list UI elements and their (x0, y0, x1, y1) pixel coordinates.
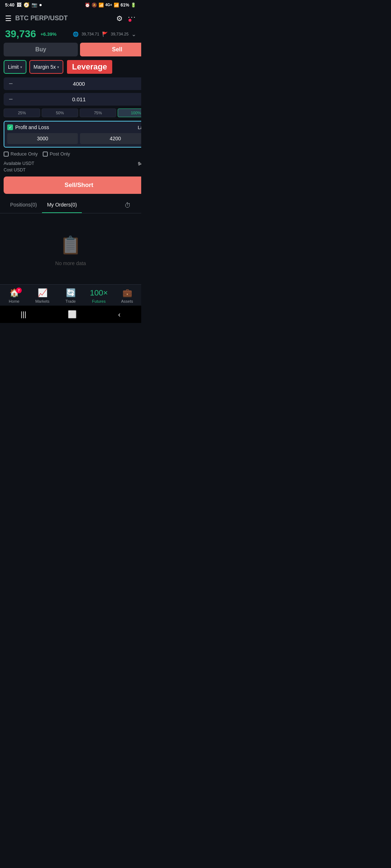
reduce-only-checkbox[interactable]: Reduce Only (4, 151, 38, 157)
nav-assets[interactable]: 💼 Assets (113, 288, 141, 303)
system-nav: ||| ⬜ ‹ (0, 306, 141, 323)
history-icon[interactable]: ⏱ (119, 198, 136, 213)
pnl-label[interactable]: ✓ Profit and Loss (7, 124, 49, 130)
nav-trade[interactable]: 🔄 Trade (56, 288, 85, 303)
take-profit-input[interactable] (80, 133, 141, 144)
alarm-icon: ⏰ (85, 3, 90, 8)
time: 5:40 (5, 2, 14, 8)
empty-icon: 📋 (60, 235, 81, 255)
battery-icon: 🔋 (131, 3, 136, 8)
pair-base: BTC PERP (15, 14, 48, 22)
global-price: 39,734.71 (81, 32, 99, 36)
margin-select[interactable]: Margin 5x ▾ (29, 60, 63, 74)
pct-25-button[interactable]: 25% (4, 109, 40, 117)
gallery-icon: 🖼 (17, 2, 21, 8)
order-type-label: Limit (8, 64, 19, 70)
margin-arrow-icon: ▾ (57, 65, 59, 69)
status-dot (39, 4, 42, 6)
global-price-icon: 🌐 (73, 31, 79, 37)
pnl-checkbox[interactable]: ✓ (7, 124, 13, 130)
status-right: ⏰ 🔕 📶 4G+ 📶 61% 🔋 (85, 3, 136, 8)
pct-50-button[interactable]: 50% (42, 109, 78, 117)
futures-label: Futures (92, 299, 105, 303)
assets-icon: 💼 (122, 288, 132, 298)
nav-icon-status: 🧭 (24, 2, 29, 8)
cost-label: Cost USDT (4, 167, 26, 173)
nav-home[interactable]: 🏠 Home 7 (0, 288, 28, 303)
signal2-icon: 📶 (114, 3, 119, 8)
order-type-arrow-icon: ▾ (20, 65, 22, 69)
app-header: ☰ BTC PERP/USDT ⚙ ··· (0, 10, 141, 27)
instagram-icon: 📷 (31, 2, 37, 8)
pair-quote: /USDT (48, 14, 68, 22)
order-type-select[interactable]: Limit ▾ (4, 60, 26, 74)
header-left: ☰ BTC PERP/USDT (5, 14, 68, 23)
pct-100-button[interactable]: 100% (118, 109, 141, 117)
lte-icon: 4G+ (105, 3, 112, 7)
status-bar: 5:40 🖼 🧭 📷 ⏰ 🔕 📶 4G+ 📶 61% 🔋 (0, 0, 141, 10)
my-orders-tab[interactable]: My Orders(0) (42, 198, 82, 213)
empty-state: 📋 No more data (0, 213, 141, 281)
order-type-row: Limit ▾ Margin 5x ▾ Leverage (4, 60, 141, 74)
cost-usdt-row: Cost USDT 88.88 (4, 167, 141, 173)
sell-short-button[interactable]: Sell/Short (4, 176, 141, 194)
pnl-section: ✓ Profit and Loss Last ▾ (4, 121, 141, 148)
post-only-label: Post Only (50, 151, 70, 157)
price-input-row: − + (4, 77, 141, 90)
stop-loss-input[interactable] (7, 133, 78, 144)
mute-icon: 🔕 (92, 3, 97, 8)
pnl-type-label: Last (138, 125, 141, 130)
back-button[interactable]: ||| (21, 310, 26, 319)
available-usdt-row: Available USDT 94.72 ⇌ (4, 161, 141, 166)
current-price: 39,736 (5, 28, 36, 40)
home-badge: 7 (16, 288, 22, 293)
status-left: 5:40 🖼 🧭 📷 (5, 2, 42, 8)
nav-futures[interactable]: 100× Futures (85, 288, 113, 303)
markets-icon: 📈 (38, 288, 47, 298)
price-input[interactable] (15, 81, 141, 87)
empty-text: No more data (55, 260, 86, 266)
chart-settings-icon[interactable]: ⚙ (116, 14, 123, 23)
positions-tab[interactable]: Positions(0) (5, 198, 42, 213)
recents-button[interactable]: ‹ (118, 310, 121, 319)
notification-dot (129, 19, 131, 22)
trade-icon: 🔄 (66, 288, 76, 298)
flag-icon: 🚩 (102, 31, 108, 37)
post-only-box[interactable] (43, 152, 48, 157)
left-panel: Buy Sell Limit ▾ Margin 5x ▾ Leverage − … (0, 43, 141, 194)
bottom-nav: 🏠 Home 7 📈 Markets 🔄 Trade 100× Futures … (0, 284, 141, 306)
chevron-down-icon[interactable]: ⌄ (131, 31, 136, 38)
pct-75-button[interactable]: 75% (80, 109, 116, 117)
flag-price: 39,734.25 (111, 32, 129, 36)
trade-label: Trade (66, 299, 76, 303)
assets-label: Assets (121, 299, 133, 303)
pnl-header: ✓ Profit and Loss Last ▾ (7, 124, 141, 130)
qty-decrease-button[interactable]: − (7, 95, 15, 103)
buy-sell-tabs: Buy Sell (4, 43, 141, 56)
nav-markets[interactable]: 📈 Markets (28, 288, 56, 303)
pnl-text: Profit and Loss (15, 124, 49, 130)
checkboxes-row: Reduce Only Post Only (4, 151, 141, 157)
sell-tab[interactable]: Sell (80, 43, 141, 56)
reduce-only-box[interactable] (4, 152, 9, 157)
margin-label: Margin 5x (34, 64, 56, 70)
pnl-type-select[interactable]: Last ▾ (138, 125, 141, 130)
quantity-input-row: − + (4, 93, 141, 106)
percentage-row: 25% 50% 75% 100% (4, 109, 141, 117)
futures-icon: 100× (90, 288, 108, 298)
home-button[interactable]: ⬜ (68, 310, 77, 319)
pair-title[interactable]: BTC PERP/USDT (15, 14, 68, 22)
available-label: Available USDT (4, 161, 34, 166)
signal-icon: 📶 (98, 3, 104, 8)
header-icons: ⚙ ··· (116, 13, 136, 24)
post-only-checkbox[interactable]: Post Only (43, 151, 70, 157)
main-content: Buy Sell Limit ▾ Margin 5x ▾ Leverage − … (0, 43, 141, 194)
buy-tab[interactable]: Buy (4, 43, 78, 56)
quantity-input[interactable] (15, 96, 141, 102)
home-label: Home (9, 299, 19, 303)
menu-icon[interactable]: ☰ (5, 14, 12, 23)
price-decrease-button[interactable]: − (7, 80, 15, 88)
price-change: +6.39% (41, 31, 56, 37)
leverage-badge[interactable]: Leverage (67, 60, 112, 74)
price-row: 39,736 +6.39% 🌐 39,734.71 🚩 39,734.25 ⌄ (0, 27, 141, 43)
